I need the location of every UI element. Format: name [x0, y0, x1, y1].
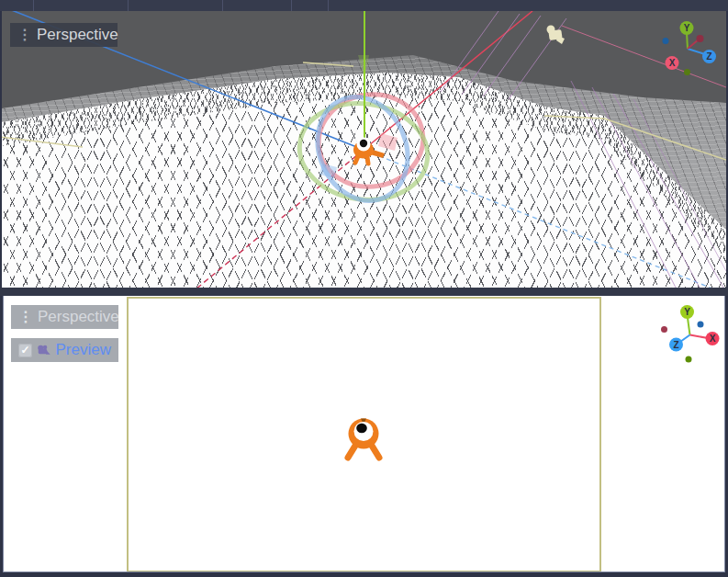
menu-dots-icon: ⋮ [18, 305, 33, 329]
frustum-line [613, 94, 723, 288]
axes-z-label: Z [673, 340, 678, 350]
preview-checkbox[interactable]: ✓ [18, 344, 32, 357]
perspective-menu-label: Perspective [38, 305, 119, 329]
axes-x-line [688, 40, 699, 49]
axes-y-line [687, 33, 688, 49]
axes-z-label: Z [706, 51, 711, 62]
character-pupil [360, 140, 367, 147]
preview-toggle[interactable]: ✓ Preview [11, 338, 118, 362]
preview-overlay: Y X Z [4, 296, 725, 571]
character-leg [367, 157, 368, 164]
viewport-splitter[interactable] [0, 288, 728, 296]
toolbar-separator [291, 0, 292, 11]
frustum-line [441, 11, 498, 92]
camera-far-plane-line [2, 137, 83, 147]
character-leg [348, 446, 355, 458]
axes-y-label: Y [684, 307, 690, 317]
scene-overlay: Y Z X [2, 11, 726, 288]
axes-y-label: Y [684, 23, 690, 33]
axes-z-line [688, 49, 705, 54]
frustum-line [592, 87, 700, 288]
frustum-line [633, 99, 726, 271]
camera-icon [37, 344, 51, 356]
viewport-camera-preview[interactable]: Y X Z ⋮ Perspective ✓ Preview [3, 296, 725, 572]
perspective-menu-label: Perspective [37, 23, 118, 47]
toolbar-separator [222, 0, 223, 11]
axes-x-line [690, 335, 709, 339]
toolbar-separator [33, 0, 34, 11]
character-pupil [356, 424, 367, 433]
camera-gizmo[interactable] [547, 26, 566, 45]
view-axes-widget[interactable]: Y Z X [663, 21, 717, 75]
axes-neg-y-ball[interactable] [684, 69, 690, 75]
toolbar-separator [328, 0, 329, 11]
perspective-menu-button[interactable]: ⋮ Perspective [11, 305, 118, 329]
character-leg [355, 156, 358, 163]
character-leg [372, 446, 379, 458]
perspective-menu-button[interactable]: ⋮ Perspective [10, 23, 118, 47]
plane-handle-x[interactable] [378, 133, 398, 151]
axes-x-label: X [669, 58, 676, 68]
character-node[interactable] [348, 419, 379, 458]
preview-label: Preview [56, 338, 111, 362]
viewport-3d[interactable]: Y Z X ⋮ Perspective [2, 11, 726, 288]
plane-handle-z[interactable] [319, 164, 337, 178]
toolbar-separator [128, 0, 129, 11]
view-axes-widget[interactable]: Y X Z [661, 305, 720, 363]
camera-far-plane-line [544, 116, 604, 119]
axes-neg-x-ball[interactable] [661, 326, 667, 333]
frustum-line-far [562, 26, 726, 87]
camera-far-plane-line [303, 62, 353, 66]
menu-dots-icon: ⋮ [17, 23, 32, 47]
frustum-line [462, 14, 520, 95]
axes-neg-x-ball[interactable] [697, 35, 704, 42]
axes-neg-z-ball[interactable] [698, 322, 704, 328]
axes-x-label: X [710, 334, 716, 344]
axes-neg-z-ball[interactable] [663, 38, 669, 44]
camera-far-plane-line [604, 119, 726, 160]
toolbar-edge [0, 0, 728, 11]
axes-neg-y-ball[interactable] [686, 356, 692, 363]
axes-y-line [688, 318, 690, 335]
axis-line-x-negative [196, 150, 364, 288]
